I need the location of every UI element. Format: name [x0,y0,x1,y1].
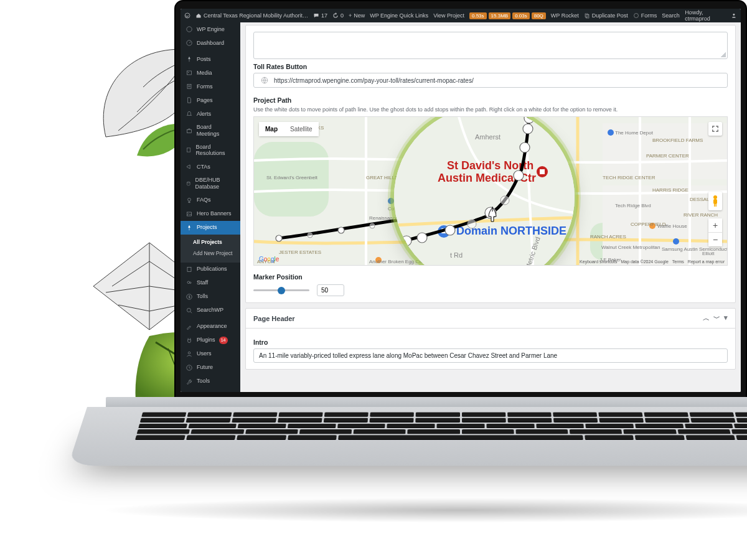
svg-point-29 [713,195,717,199]
svg-point-13 [188,198,191,201]
project-settings-panel: Toll Rates Button Project Path Use the w… [245,25,736,303]
sidebar-item-hero-banners[interactable]: Hero Banners [181,207,240,221]
forms-link[interactable]: Forms [633,12,657,19]
submenu-add-project[interactable]: Add New Project [181,248,240,259]
new-content[interactable]: + New [349,12,365,19]
svg-rect-30 [713,199,717,204]
sidebar-item-users[interactable]: Users [181,347,240,361]
sidebar-item-publications[interactable]: Publications [181,263,240,276]
sidebar-item-settings[interactable]: Settings [181,388,240,392]
site-name[interactable]: Central Texas Regional Mobility Authorit… [195,12,308,19]
svg-point-97 [514,170,524,180]
sidebar-item-pages[interactable]: Pages [181,93,240,107]
sidebar-item-projects[interactable]: Projects [181,221,240,235]
map-zoom-out[interactable]: − [708,233,722,246]
wpengine-quicklinks[interactable]: WP Engine Quick Links [370,12,428,19]
sidebar-item-posts[interactable]: Posts [181,52,240,66]
intro-label: Intro [253,338,728,346]
laptop-keyboard [110,411,747,437]
map-magnifier: Amherst St David's North Austin Medical … [394,116,575,266]
panel-move-down-icon[interactable]: ﹀ [713,314,720,323]
sidebar-item-tools[interactable]: Tools [181,375,240,388]
toll-rates-input[interactable] [274,77,722,84]
marker-position-value[interactable] [317,284,344,296]
svg-text:Samsung Austin Semiconductor: Samsung Austin Semiconductor [662,246,727,252]
wp-admin-sidebar[interactable]: WP EngineDashboardPostsMediaFormsPagesAl… [181,22,240,392]
intro-input[interactable] [253,348,728,363]
svg-point-92 [417,233,427,243]
map-pegman[interactable] [708,192,722,210]
map-footer: Keyboard shortcuts Map data ©2024 Google… [580,259,725,264]
duplicate-post[interactable]: Duplicate Post [584,12,628,19]
comments-count[interactable]: 17 [313,12,327,19]
svg-rect-11 [187,148,190,152]
svg-point-51 [388,198,394,204]
project-path-map[interactable]: Map Satellite + − Google Keyboar [253,116,728,266]
updates-count[interactable]: 0 [332,12,344,19]
sidebar-item-tolls[interactable]: $Tolls [181,290,240,304]
map-zoom-in[interactable]: + [708,218,722,232]
map-report[interactable]: Report a map error [688,259,725,264]
toll-rates-input-wrap [253,73,728,88]
laptop-mockup: Central Texas Regional Mobility Authorit… [174,0,747,560]
sidebar-item-board-resolutions[interactable]: Board Resolutions [181,141,240,161]
globe-icon [259,77,270,84]
svg-point-93 [445,225,455,235]
svg-rect-10 [187,129,191,133]
svg-text:Waffle House: Waffle House [657,223,687,229]
svg-point-96 [500,196,509,205]
map-type-map[interactable]: Map [259,122,284,136]
sidebar-item-ctas[interactable]: CTAs [181,160,240,174]
searchwp-link[interactable]: SearchWP [662,12,680,19]
sidebar-item-dbe-hub-database[interactable]: DBE/HUB Database [181,174,240,194]
map-fullscreen-button[interactable] [708,122,722,136]
wp-rocket[interactable]: WP Rocket [551,12,579,19]
svg-text:Walnut Creek Metropolitan: Walnut Creek Metropolitan [601,245,660,250]
svg-text:The Home Depot: The Home Depot [615,130,654,136]
svg-point-3 [634,14,638,18]
sidebar-item-searchwp[interactable]: SearchWP [181,304,240,317]
sidebar-item-wp-engine[interactable]: WP Engine [181,22,240,36]
svg-text:RANCH ACRES: RANCH ACRES [590,234,626,240]
map-terms[interactable]: Terms [672,259,684,264]
marker-position-slider[interactable] [253,289,309,291]
panel-toggle-icon[interactable]: ▾ [724,314,728,323]
toll-rates-label: Toll Rates Button [253,63,728,70]
sidebar-item-media[interactable]: Media [181,66,240,80]
sidebar-item-plugins[interactable]: Plugins 14 [181,334,240,347]
sidebar-item-future[interactable]: Future [181,361,240,375]
svg-point-21 [188,352,190,354]
panel-move-up-icon[interactable]: ︿ [703,314,710,323]
sidebar-item-dashboard[interactable]: Dashboard [181,36,240,50]
svg-point-5 [187,27,192,32]
wp-admin-bar[interactable]: Central Texas Regional Mobility Authorit… [181,9,741,22]
sidebar-item-staff[interactable]: Staff [181,276,240,290]
sidebar-item-forms[interactable]: Forms [181,80,240,93]
svg-rect-7 [187,71,191,75]
sidebar-item-faqs[interactable]: FAQs [181,194,240,207]
sidebar-item-alerts[interactable]: Alerts [181,107,240,121]
wp-logo-icon[interactable] [184,12,190,19]
textarea-prev-field[interactable] [253,32,728,59]
svg-rect-2 [586,15,589,19]
wp-content-area: Toll Rates Button Project Path Use the w… [240,22,741,392]
svg-text:GREAT HILLS: GREAT HILLS [366,175,398,180]
svg-point-39 [308,233,312,238]
marker-position-label: Marker Position [253,273,728,281]
howdy-user[interactable]: Howdy, ctrmaprod [685,9,737,22]
sidebar-item-appearance[interactable]: Appearance [181,320,240,334]
query-monitor[interactable]: 0.53s15.3MB0.03s80Q [469,12,546,19]
map-kb-shortcuts[interactable]: Keyboard shortcuts [580,259,617,264]
map-zoom-control[interactable]: + − [708,218,722,246]
google-logo: Google [259,256,279,263]
submenu-all-projects[interactable]: All Projects [181,236,240,248]
map-type-control[interactable]: Map Satellite [259,122,319,136]
view-project[interactable]: View Project [433,12,464,19]
wp-admin: Central Texas Regional Mobility Authorit… [181,9,741,392]
svg-rect-31 [714,204,715,207]
map-type-satellite[interactable]: Satellite [284,122,319,136]
sidebar-item-board-meetings[interactable]: Board Meetings [181,121,240,141]
svg-point-20 [187,308,190,312]
svg-text:Amherst: Amherst [475,133,500,141]
project-path-help: Use the white dots to move points of pat… [253,106,728,113]
